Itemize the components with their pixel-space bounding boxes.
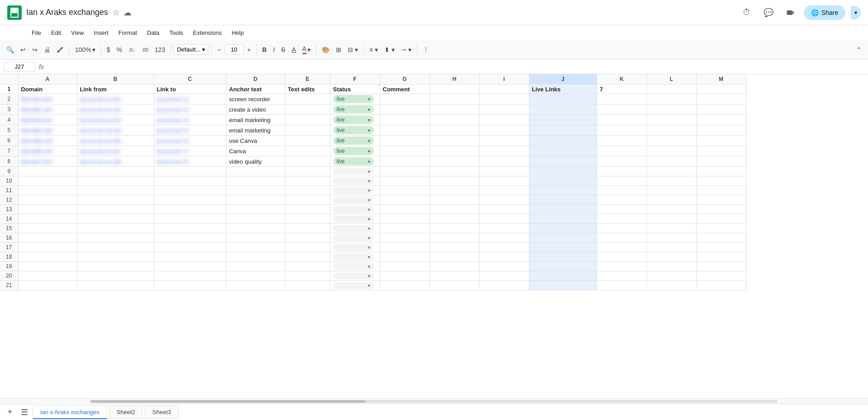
cell-empty[interactable]	[18, 252, 77, 262]
menu-file[interactable]: File	[27, 28, 46, 38]
cell-j-empty[interactable]	[529, 233, 597, 243]
menu-insert[interactable]: Insert	[89, 28, 113, 38]
cell-j-empty[interactable]	[529, 176, 597, 186]
sheet-tab-2[interactable]: Sheet2	[109, 406, 143, 419]
cell-empty[interactable]	[154, 233, 226, 243]
cell-empty[interactable]	[77, 262, 154, 271]
cell-empty[interactable]	[646, 243, 696, 252]
status-dropdown-empty[interactable]: ▾	[333, 282, 374, 289]
cell-empty[interactable]	[77, 224, 154, 233]
header-anchor-text[interactable]: Anchor text	[226, 85, 285, 94]
cell-m[interactable]	[696, 156, 746, 167]
decimal-dec-button[interactable]: .0↓	[126, 45, 138, 54]
cell-live-links[interactable]	[529, 156, 597, 167]
cell-empty[interactable]	[154, 167, 226, 176]
cell-i[interactable]	[479, 136, 529, 146]
cell-h[interactable]	[429, 136, 479, 146]
cell-status-empty[interactable]: ▾	[330, 195, 380, 205]
cell-empty[interactable]	[18, 271, 77, 281]
header-l[interactable]	[646, 85, 696, 94]
more-options-button[interactable]: ⋮	[420, 44, 432, 55]
cell-empty[interactable]	[77, 281, 154, 290]
status-dropdown-live[interactable]: live▾	[333, 126, 374, 134]
cell-text-edits[interactable]	[285, 104, 330, 115]
cell-empty[interactable]	[380, 262, 429, 271]
status-dropdown-empty[interactable]: ▾	[333, 263, 374, 270]
cell-comment[interactable]	[380, 146, 429, 156]
cell-empty[interactable]	[77, 252, 154, 262]
cell-empty[interactable]	[226, 271, 285, 281]
cell-empty[interactable]	[646, 167, 696, 176]
cell-empty[interactable]	[77, 214, 154, 224]
cell-live-links[interactable]	[529, 104, 597, 115]
cell-i[interactable]	[479, 94, 529, 104]
cell-empty[interactable]	[285, 205, 330, 214]
status-dropdown-live[interactable]: live▾	[333, 157, 374, 165]
cell-empty[interactable]	[646, 262, 696, 271]
cell-link-from[interactable]: blurred link text B8	[77, 156, 154, 167]
cell-empty[interactable]	[285, 243, 330, 252]
cell-l[interactable]	[646, 156, 696, 167]
collapse-toolbar-button[interactable]: ⌃	[854, 44, 864, 55]
halign-button[interactable]: ≡ ▾	[367, 44, 381, 55]
cell-empty[interactable]	[226, 233, 285, 243]
cell-m[interactable]	[696, 115, 746, 125]
header-live-links[interactable]: Live Links	[529, 85, 597, 94]
fill-color-button[interactable]: 🎨	[319, 44, 332, 55]
cell-text-edits[interactable]	[285, 94, 330, 104]
cell-link-from[interactable]: blurred link text B2	[77, 94, 154, 104]
cell-empty[interactable]	[429, 195, 479, 205]
cell-h[interactable]	[429, 156, 479, 167]
cell-empty[interactable]	[285, 167, 330, 176]
cell-empty[interactable]	[77, 243, 154, 252]
cell-comment[interactable]	[380, 115, 429, 125]
cell-live-links[interactable]	[529, 136, 597, 146]
status-dropdown-empty[interactable]: ▾	[333, 197, 374, 203]
cell-empty[interactable]	[696, 243, 746, 252]
sheet-tab-3[interactable]: Sheet3	[145, 406, 179, 419]
cell-empty[interactable]	[380, 252, 429, 262]
cell-domain[interactable]: blurred1.com	[18, 94, 77, 104]
cell-empty[interactable]	[696, 281, 746, 290]
header-comment[interactable]: Comment	[380, 85, 429, 94]
cell-empty[interactable]	[380, 233, 429, 243]
cell-empty[interactable]	[429, 176, 479, 186]
cell-empty[interactable]	[380, 281, 429, 290]
cell-k[interactable]	[597, 156, 646, 167]
cell-comment[interactable]	[380, 104, 429, 115]
cell-empty[interactable]	[597, 186, 646, 195]
cell-empty[interactable]	[285, 186, 330, 195]
cell-empty[interactable]	[696, 252, 746, 262]
format-123-button[interactable]: 123	[152, 44, 168, 55]
cell-k[interactable]	[597, 125, 646, 136]
cell-empty[interactable]	[646, 214, 696, 224]
cell-empty[interactable]	[429, 281, 479, 290]
cell-live-links[interactable]	[529, 125, 597, 136]
menu-edit[interactable]: Edit	[47, 28, 66, 38]
cell-empty[interactable]	[77, 233, 154, 243]
status-dropdown-live[interactable]: live▾	[333, 95, 374, 103]
cell-link-to[interactable]: blurred link C8	[154, 156, 226, 167]
cell-empty[interactable]	[479, 281, 529, 290]
col-header-l[interactable]: L	[646, 74, 696, 85]
cell-text-edits[interactable]	[285, 115, 330, 125]
cell-empty[interactable]	[154, 271, 226, 281]
cell-link-to[interactable]: blurred link C4	[154, 115, 226, 125]
cell-empty[interactable]	[285, 176, 330, 186]
header-i[interactable]	[479, 85, 529, 94]
merge-button[interactable]: ⊟ ▾	[345, 44, 361, 55]
col-header-i[interactable]: I	[479, 74, 529, 85]
status-dropdown-empty[interactable]: ▾	[333, 254, 374, 260]
cell-empty[interactable]	[154, 252, 226, 262]
status-dropdown-live[interactable]: live▾	[333, 147, 374, 155]
cell-empty[interactable]	[646, 252, 696, 262]
cell-empty[interactable]	[696, 167, 746, 176]
cell-status-empty[interactable]: ▾	[330, 281, 380, 290]
cell-comment[interactable]	[380, 136, 429, 146]
meet-button[interactable]	[782, 5, 798, 21]
header-link-to[interactable]: Link to	[154, 85, 226, 94]
status-dropdown-empty[interactable]: ▾	[333, 244, 374, 251]
cell-h[interactable]	[429, 104, 479, 115]
cell-m[interactable]	[696, 146, 746, 156]
cell-link-to[interactable]: blurred link C6	[154, 136, 226, 146]
